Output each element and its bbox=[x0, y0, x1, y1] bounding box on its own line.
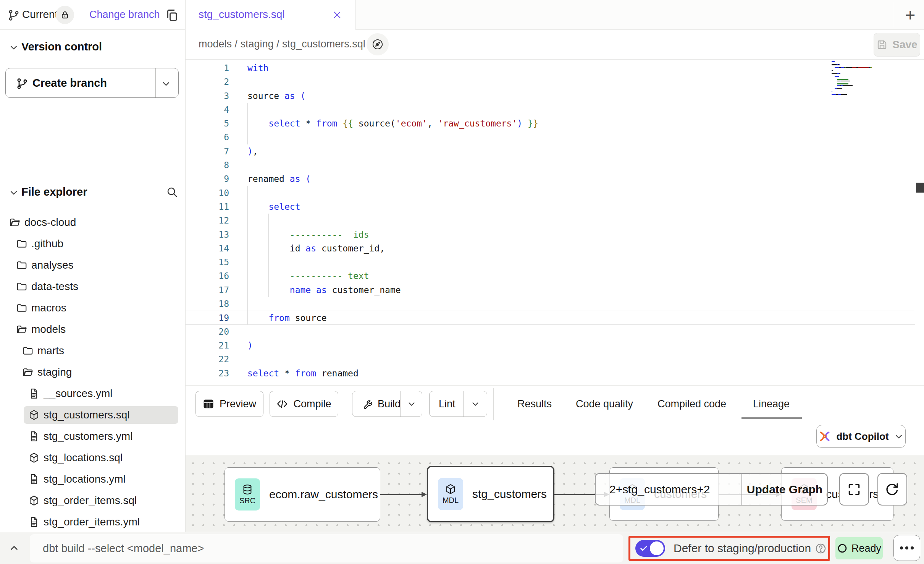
tree-item-macros[interactable]: macros bbox=[0, 297, 185, 319]
save-button[interactable]: Save bbox=[874, 33, 920, 57]
tree-item-data-tests[interactable]: data-tests bbox=[0, 276, 185, 297]
ready-status-badge: Ready bbox=[835, 537, 883, 559]
line-number: 2 bbox=[186, 75, 229, 89]
status-circle-icon bbox=[837, 543, 848, 554]
refresh-button[interactable] bbox=[877, 473, 907, 506]
line-number: 3 bbox=[186, 89, 229, 103]
badge-label: SRC bbox=[239, 496, 255, 505]
tree-item--sources-yml[interactable]: __sources.yml bbox=[0, 383, 185, 404]
line-number: 21 bbox=[186, 339, 229, 352]
create-branch-button[interactable]: Create branch bbox=[5, 68, 179, 98]
search-icon[interactable] bbox=[166, 186, 178, 198]
node-type-badge: SRC bbox=[235, 478, 260, 511]
tab-results[interactable]: Results bbox=[517, 391, 552, 417]
lineage-panel-header: dbt Copilot bbox=[186, 422, 924, 455]
tree-item-label: docs-cloud bbox=[24, 216, 76, 229]
divider bbox=[893, 2, 893, 28]
lineage-selector-input[interactable]: 2+stg_customers+2 bbox=[596, 474, 741, 505]
new-tab-button[interactable]: + bbox=[897, 0, 924, 30]
code-line-8: 8 bbox=[186, 158, 915, 172]
tree-item-stg-order-items-sql[interactable]: stg_order_items.sql bbox=[0, 490, 185, 511]
lineage-canvas[interactable]: SRC ecom.raw_customers MDL stg_customers… bbox=[186, 455, 924, 532]
tree-item-stg-locations-sql[interactable]: stg_locations.sql bbox=[0, 447, 185, 468]
tree-item--github[interactable]: .github bbox=[0, 233, 185, 254]
tree-item-stg-order-items-yml[interactable]: stg_order_items.yml bbox=[0, 511, 185, 533]
defer-toggle[interactable] bbox=[635, 540, 665, 557]
lineage-node-stg-customers[interactable]: MDL stg_customers bbox=[427, 466, 554, 522]
more-options-button[interactable] bbox=[893, 535, 920, 561]
ready-label: Ready bbox=[851, 543, 881, 554]
line-number: 5 bbox=[186, 117, 229, 130]
indent-guide bbox=[247, 297, 248, 311]
code-line-23: 23select * from renamed bbox=[186, 366, 915, 380]
table-icon bbox=[203, 398, 214, 410]
code-line-16: 16---------- text bbox=[186, 269, 915, 283]
tree-item-stg-locations-yml[interactable]: stg_locations.yml bbox=[0, 468, 185, 490]
compile-button[interactable]: Compile bbox=[270, 391, 338, 417]
model-icon bbox=[28, 409, 40, 421]
code-text: select * from {{ source('ecom', 'raw_cus… bbox=[247, 117, 538, 130]
lineage-node-ecom-raw-customers[interactable]: SRC ecom.raw_customers bbox=[225, 467, 380, 522]
indent-guide bbox=[247, 255, 248, 269]
code-text: select bbox=[247, 200, 300, 214]
tree-item-label: stg_locations.yml bbox=[44, 473, 126, 485]
tab-code-quality[interactable]: Code quality bbox=[576, 391, 633, 417]
tree-item-label: stg_order_items.sql bbox=[44, 494, 137, 507]
dbt-copilot-button[interactable]: dbt Copilot bbox=[816, 425, 906, 448]
dbt-command-input[interactable]: dbt build --select <model_name> bbox=[30, 534, 623, 562]
tree-item-analyses[interactable]: analyses bbox=[0, 254, 185, 276]
chevron-down-icon[interactable] bbox=[161, 78, 171, 89]
line-number: 9 bbox=[186, 172, 229, 186]
chevron-down-icon bbox=[8, 42, 19, 53]
tree-item-stg-customers-sql[interactable]: stg_customers.sql bbox=[0, 404, 185, 426]
lint-button[interactable]: Lint bbox=[429, 391, 487, 417]
tab-stg-customers-sql[interactable]: stg_customers.sql bbox=[186, 0, 356, 30]
line-number: 11 bbox=[186, 200, 229, 214]
line-number: 10 bbox=[186, 186, 229, 200]
breadcrumb-row: models / staging / stg_customers.sql Sav… bbox=[186, 30, 924, 60]
file-icon bbox=[28, 388, 40, 399]
tab-compiled-code[interactable]: Compiled code bbox=[657, 391, 726, 417]
lineage-selector-bar: 2+stg_customers+2 Update Graph bbox=[595, 473, 828, 506]
scrollbar-thumb[interactable] bbox=[916, 183, 924, 193]
tree-item-label: __sources.yml bbox=[44, 387, 113, 400]
fullscreen-button[interactable] bbox=[839, 473, 869, 506]
branch-header: Current Change branch bbox=[0, 0, 185, 30]
main-area: stg_customers.sql + models / staging / s… bbox=[186, 0, 924, 532]
tree-item-stg-customers-yml[interactable]: stg_customers.yml bbox=[0, 426, 185, 447]
line-number: 20 bbox=[186, 325, 229, 339]
dropdown-chevron[interactable] bbox=[464, 391, 487, 417]
code-line-10: 10 bbox=[186, 186, 915, 200]
tree-item-docs-cloud[interactable]: docs-cloud bbox=[0, 212, 185, 233]
close-icon[interactable] bbox=[331, 9, 343, 21]
button-label: Compile bbox=[293, 398, 331, 410]
copy-icon[interactable] bbox=[165, 8, 179, 22]
compass-icon[interactable] bbox=[367, 33, 389, 55]
chevron-up-icon[interactable] bbox=[8, 542, 20, 554]
code-line-7: 7), bbox=[186, 144, 915, 158]
tree-item-staging[interactable]: staging bbox=[0, 361, 185, 383]
tree-item-models[interactable]: models bbox=[0, 319, 185, 340]
code-text: from source bbox=[247, 311, 327, 325]
node-type-badge: MDL bbox=[438, 478, 463, 510]
tree-item-label: stg_order_items.yml bbox=[44, 516, 140, 528]
save-label: Save bbox=[892, 39, 917, 51]
file-explorer-header[interactable]: File explorer bbox=[0, 183, 185, 201]
build-button[interactable]: Build bbox=[352, 391, 422, 417]
version-control-header[interactable]: Version control bbox=[0, 38, 185, 56]
preview-button[interactable]: Preview bbox=[195, 391, 263, 417]
code-editor[interactable]: 1with23source as (45select * from {{ sou… bbox=[186, 60, 924, 385]
code-lines: 1with23source as (45select * from {{ sou… bbox=[186, 61, 924, 380]
update-graph-button[interactable]: Update Graph bbox=[742, 474, 827, 505]
change-branch-link[interactable]: Change branch bbox=[89, 9, 160, 21]
defer-highlight-annotation: Defer to staging/production bbox=[628, 536, 830, 561]
help-icon[interactable] bbox=[815, 543, 827, 554]
line-number: 19 bbox=[186, 311, 229, 324]
model-icon bbox=[28, 452, 40, 464]
dropdown-chevron[interactable] bbox=[401, 391, 422, 417]
code-line-1: 1with bbox=[186, 61, 915, 75]
tab-lineage[interactable]: Lineage bbox=[753, 391, 790, 417]
tab-title: stg_customers.sql bbox=[199, 8, 285, 21]
line-number: 23 bbox=[186, 366, 229, 380]
tree-item-marts[interactable]: marts bbox=[0, 340, 185, 361]
